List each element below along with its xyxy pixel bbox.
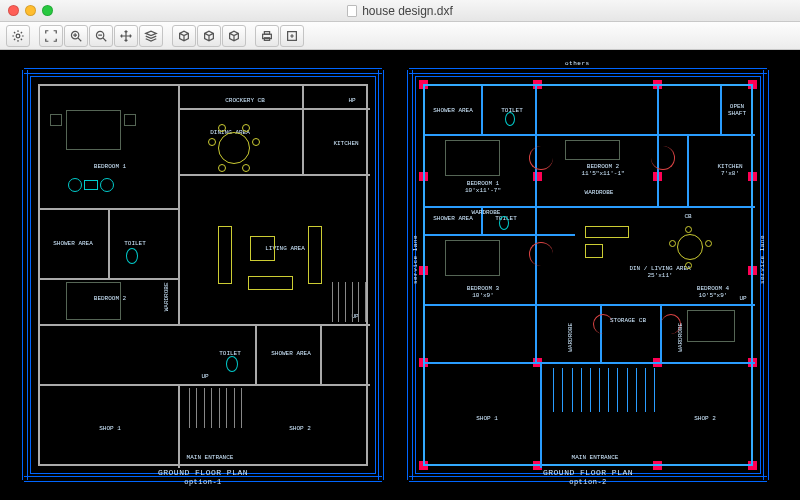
wall: [40, 208, 180, 210]
door-icon: [529, 242, 553, 266]
dimension-line: [407, 70, 408, 480]
chair-icon: [218, 124, 226, 132]
wall: [535, 86, 537, 364]
cube-front-icon: [227, 29, 241, 43]
room-label: SHOWER AREA: [433, 216, 473, 223]
toilet-fixture-icon: [126, 248, 138, 264]
minimize-button[interactable]: [25, 5, 36, 16]
layers-button[interactable]: [139, 25, 163, 47]
wall: [540, 362, 542, 468]
wall: [178, 86, 180, 326]
room-label: BEDROOM 1: [80, 164, 140, 171]
coffee-table-icon: [585, 244, 603, 258]
wall: [302, 86, 304, 176]
room-label: TOILET: [115, 241, 155, 248]
chair-icon: [685, 262, 692, 269]
room-label: BEDROOM 1 10'x11'-7": [453, 181, 513, 194]
room-label: WARDROBE: [573, 190, 625, 197]
outer-label: service lane: [759, 235, 766, 284]
print-button[interactable]: [255, 25, 279, 47]
toilet-fixture-icon: [505, 112, 515, 126]
room-label: SHOP 2: [270, 426, 330, 433]
room-label: SHOP 1: [80, 426, 140, 433]
floor-plan-option-1: BEDROOM 1 BEDROOM 2 DINING AREA CROCKERY…: [20, 66, 386, 484]
chair-icon: [705, 240, 712, 247]
room-label: STORAGE CB: [603, 318, 653, 325]
export-button[interactable]: [280, 25, 304, 47]
cube-iso-icon: [202, 29, 216, 43]
table-icon: [84, 180, 98, 190]
zoom-fit-icon: [44, 29, 58, 43]
wall: [180, 174, 370, 176]
room-label: WARDROBE: [678, 311, 685, 363]
wall: [600, 304, 602, 364]
outer-label: service lane: [412, 235, 419, 284]
dining-table-icon: [677, 234, 703, 260]
wall: [575, 206, 755, 208]
wall: [40, 278, 180, 280]
bed-icon: [66, 110, 121, 150]
settings-button[interactable]: [6, 25, 30, 47]
wall: [481, 86, 483, 134]
dimension-line: [22, 70, 23, 480]
room-label: SHOWER AREA: [270, 351, 312, 358]
wall: [425, 304, 755, 306]
room-label: UP: [735, 296, 751, 303]
staircase-icon: [182, 388, 242, 428]
plan-title-text: GROUND FLOOR PLAN: [158, 468, 248, 477]
staircase-icon: [545, 368, 655, 412]
wall: [108, 208, 110, 278]
wall: [320, 324, 322, 386]
drawing-canvas[interactable]: BEDROOM 1 BEDROOM 2 DINING AREA CROCKERY…: [0, 50, 800, 500]
room-label: OPEN SHAFT: [720, 104, 754, 117]
bed-icon: [687, 310, 735, 342]
zoom-in-button[interactable]: [64, 25, 88, 47]
chair-icon: [685, 226, 692, 233]
view-front-button[interactable]: [222, 25, 246, 47]
room-label: SHOWER AREA: [52, 241, 94, 248]
toolbar: [0, 22, 800, 50]
room-label: CB: [680, 214, 696, 221]
wall: [425, 362, 755, 364]
wall: [687, 134, 689, 206]
dimension-line: [383, 70, 384, 480]
dimension-line: [409, 73, 767, 74]
room-label: SHOP 1: [457, 416, 517, 423]
dimension-line: [24, 68, 382, 69]
door-icon: [529, 146, 553, 170]
dimension-line: [24, 73, 382, 74]
window-controls: [8, 5, 53, 16]
chair-icon: [218, 164, 226, 172]
room-label: KITCHEN: [316, 141, 376, 148]
chair-icon: [242, 124, 250, 132]
zoom-fit-button[interactable]: [39, 25, 63, 47]
plan-building-outline: BEDROOM 1 BEDROOM 2 DINING AREA CROCKERY…: [38, 84, 368, 466]
dimension-line: [27, 70, 28, 480]
print-icon: [260, 29, 274, 43]
room-label: CROCKERY CB: [215, 98, 275, 105]
wall: [660, 304, 662, 364]
room-label: WARDROBE: [164, 287, 171, 311]
coffee-table-icon: [250, 236, 275, 261]
room-label: UP: [195, 374, 215, 381]
wall: [425, 134, 755, 136]
pan-button[interactable]: [114, 25, 138, 47]
svg-point-0: [16, 34, 20, 38]
chair-icon: [100, 178, 114, 192]
plan-title-text: GROUND FLOOR PLAN: [543, 468, 633, 477]
bed-icon: [66, 282, 121, 320]
view-iso-button[interactable]: [197, 25, 221, 47]
wall: [255, 324, 257, 384]
export-icon: [285, 29, 299, 43]
view-top-button[interactable]: [172, 25, 196, 47]
staircase-icon: [326, 282, 366, 322]
dimension-line: [409, 68, 767, 69]
close-button[interactable]: [8, 5, 19, 16]
layers-icon: [144, 29, 158, 43]
chair-icon: [242, 164, 250, 172]
cube-top-icon: [177, 29, 191, 43]
toilet-fixture-icon: [499, 216, 509, 230]
zoom-out-button[interactable]: [89, 25, 113, 47]
sofa-icon: [218, 226, 232, 284]
zoom-button[interactable]: [42, 5, 53, 16]
